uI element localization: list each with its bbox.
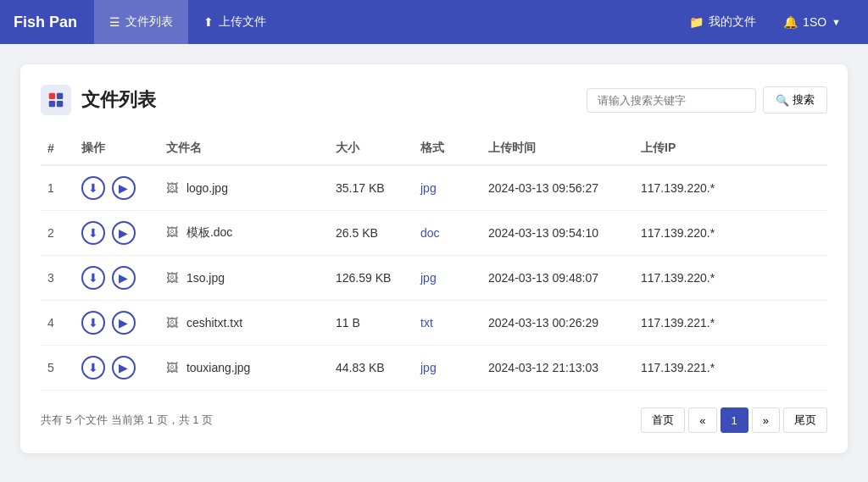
nav-my-files[interactable]: 📁 我的文件	[676, 0, 770, 44]
bell-icon: 🔔	[783, 15, 798, 29]
cell-format: jpg	[414, 256, 481, 301]
cell-time: 2024-03-13 09:48:07	[481, 256, 634, 301]
pagination-area: 共有 5 个文件 当前第 1 页，共 1 页 首页«1»尾页	[41, 407, 827, 433]
cell-size: 11 B	[329, 301, 414, 346]
format-link[interactable]: jpg	[420, 271, 437, 285]
svg-rect-1	[57, 93, 63, 99]
search-icon: 🔍	[776, 94, 789, 107]
nav-file-list[interactable]: ☰ 文件列表	[94, 0, 188, 44]
page-btn-1[interactable]: 1	[721, 407, 748, 433]
folder-icon: 📁	[689, 15, 704, 29]
download-button[interactable]: ⬇	[81, 266, 105, 290]
cell-time: 2024-03-13 00:26:29	[481, 301, 634, 346]
col-header-ip: 上传IP	[634, 132, 827, 165]
view-button[interactable]: ▶	[112, 266, 136, 290]
download-button[interactable]: ⬇	[81, 221, 105, 245]
cell-ip: 117.139.220.*	[634, 211, 827, 256]
view-button[interactable]: ▶	[112, 176, 136, 200]
file-list-icon: ☰	[109, 15, 120, 29]
col-header-ops: 操作	[75, 132, 159, 165]
search-button[interactable]: 🔍 搜索	[763, 86, 827, 114]
file-list-card: 文件列表 🔍 搜索 # 操作 文件名 大小 格式 上传时间 上传IP	[20, 64, 848, 453]
col-header-format: 格式	[414, 132, 481, 165]
view-button[interactable]: ▶	[112, 311, 136, 335]
svg-rect-3	[57, 101, 63, 107]
col-header-time: 上传时间	[481, 132, 634, 165]
file-name: touxiang.jpg	[186, 361, 251, 374]
format-link[interactable]: doc	[420, 226, 440, 240]
cell-time: 2024-03-12 21:13:03	[481, 346, 634, 391]
brand-logo[interactable]: Fish Pan	[14, 14, 77, 31]
col-header-size: 大小	[329, 132, 414, 165]
navbar: Fish Pan ☰ 文件列表 ⬆ 上传文件 📁 我的文件 🔔 1SO ▼	[0, 0, 868, 44]
table-body: 1 ⬇ ▶ 🖼 logo.jpg 35.17 KB jpg 2024-03-13…	[41, 165, 827, 391]
cell-num: 4	[41, 301, 75, 346]
cell-size: 44.83 KB	[329, 346, 414, 391]
cell-name: 🖼 touxiang.jpg	[159, 346, 329, 391]
cell-ops: ⬇ ▶	[75, 211, 159, 256]
nav-upload[interactable]: ⬆ 上传文件	[188, 0, 281, 44]
file-name: 模板.doc	[186, 225, 232, 239]
download-button[interactable]: ⬇	[81, 311, 105, 335]
search-btn-label: 搜索	[793, 92, 815, 108]
cell-ops: ⬇ ▶	[75, 256, 159, 301]
view-button[interactable]: ▶	[112, 221, 136, 245]
table-row: 4 ⬇ ▶ 🖼 ceshitxt.txt 11 B txt 2024-03-13…	[41, 301, 827, 346]
page-btn-»[interactable]: »	[752, 407, 780, 433]
cell-ip: 117.139.221.*	[634, 346, 827, 391]
page-btn-首页[interactable]: 首页	[641, 407, 685, 433]
card-header: 文件列表 🔍 搜索	[41, 85, 827, 115]
format-link[interactable]: jpg	[420, 181, 437, 195]
pagination-info: 共有 5 个文件 当前第 1 页，共 1 页	[41, 413, 641, 428]
view-button[interactable]: ▶	[112, 356, 136, 380]
nav-notify-label: 1SO	[803, 15, 826, 29]
cell-name: 🖼 模板.doc	[159, 211, 329, 256]
nav-upload-label: 上传文件	[219, 14, 266, 30]
file-icon: 🖼	[166, 361, 178, 374]
svg-rect-2	[49, 101, 55, 107]
cell-num: 3	[41, 256, 75, 301]
download-button[interactable]: ⬇	[81, 176, 105, 200]
title-icon	[41, 85, 71, 115]
table-row: 1 ⬇ ▶ 🖼 logo.jpg 35.17 KB jpg 2024-03-13…	[41, 165, 827, 211]
page-btn-尾页[interactable]: 尾页	[783, 407, 827, 433]
cell-num: 5	[41, 346, 75, 391]
cell-name: 🖼 logo.jpg	[159, 165, 329, 211]
download-button[interactable]: ⬇	[81, 356, 105, 380]
table-row: 3 ⬇ ▶ 🖼 1so.jpg 126.59 KB jpg 2024-03-13…	[41, 256, 827, 301]
cell-num: 2	[41, 211, 75, 256]
format-link[interactable]: txt	[420, 316, 433, 330]
chevron-down-icon: ▼	[832, 17, 841, 27]
cell-format: doc	[414, 211, 481, 256]
file-icon: 🖼	[166, 271, 178, 285]
search-input[interactable]	[587, 88, 756, 113]
cell-ip: 117.139.221.*	[634, 301, 827, 346]
pagination-buttons: 首页«1»尾页	[641, 407, 827, 433]
cell-ip: 117.139.220.*	[634, 256, 827, 301]
file-name: logo.jpg	[186, 181, 228, 195]
nav-notify[interactable]: 🔔 1SO ▼	[770, 0, 854, 44]
file-table: # 操作 文件名 大小 格式 上传时间 上传IP 1 ⬇ ▶ 🖼 logo.jp…	[41, 132, 827, 391]
file-name: 1so.jpg	[186, 271, 225, 285]
cell-ops: ⬇ ▶	[75, 301, 159, 346]
upload-icon: ⬆	[203, 15, 214, 29]
col-header-num: #	[41, 132, 75, 165]
cell-name: 🖼 ceshitxt.txt	[159, 301, 329, 346]
table-row: 2 ⬇ ▶ 🖼 模板.doc 26.5 KB doc 2024-03-13 09…	[41, 211, 827, 256]
cell-num: 1	[41, 165, 75, 211]
cell-ip: 117.139.220.*	[634, 165, 827, 211]
file-name: ceshitxt.txt	[186, 316, 242, 330]
cell-size: 126.59 KB	[329, 256, 414, 301]
file-icon: 🖼	[166, 316, 178, 330]
cell-format: jpg	[414, 165, 481, 211]
col-header-name: 文件名	[159, 132, 329, 165]
file-icon: 🖼	[166, 181, 178, 195]
main-content: 文件列表 🔍 搜索 # 操作 文件名 大小 格式 上传时间 上传IP	[0, 44, 868, 474]
page-btn-«[interactable]: «	[688, 407, 716, 433]
cell-ops: ⬇ ▶	[75, 165, 159, 211]
cell-time: 2024-03-13 09:54:10	[481, 211, 634, 256]
search-area: 🔍 搜索	[587, 86, 827, 114]
footer: Copyright © 2024 Fish Pan 本站已安全运行：108天12…	[0, 474, 868, 482]
cell-format: jpg	[414, 346, 481, 391]
format-link[interactable]: jpg	[420, 361, 437, 374]
